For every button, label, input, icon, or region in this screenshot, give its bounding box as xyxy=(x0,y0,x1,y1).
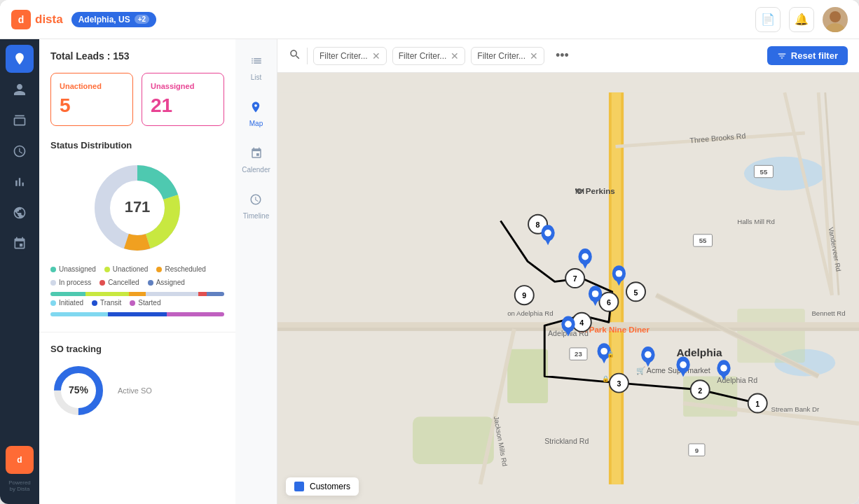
timeline-icon xyxy=(249,193,262,209)
svg-text:5: 5 xyxy=(634,288,638,297)
filter-chip-2[interactable]: Filter Criter... ✕ xyxy=(392,47,466,65)
nav-item-calendar[interactable] xyxy=(6,230,34,258)
map-content[interactable]: 55 23 55 9 Three Brooks Rd Halls Mill Rd xyxy=(277,73,859,504)
legend-cancelled: Cancelled xyxy=(99,279,139,286)
top-bar-right: 📄 🔔 xyxy=(755,7,848,32)
view-item-timeline[interactable]: Timeline xyxy=(239,189,273,224)
svg-point-81 xyxy=(616,270,623,277)
sidebar-area: Total Leads : 153 Unactioned 5 Unassigne… xyxy=(39,39,277,504)
so-pct-text: 75% xyxy=(69,384,89,396)
bar-unactioned xyxy=(85,292,129,296)
svg-text:Bennett Rd: Bennett Rd xyxy=(811,309,845,317)
so-tracking-title: SO tracking xyxy=(50,344,224,354)
main-layout: d Poweredby Dista Total Leads : 153 Unac… xyxy=(0,39,859,504)
nav-item-location[interactable] xyxy=(6,45,34,73)
logo-icon: d xyxy=(11,10,31,29)
legend-label-inprocess: In process xyxy=(59,279,91,286)
filter-chip-2-label: Filter Criter... xyxy=(399,51,447,61)
map-legend-label: Customers xyxy=(310,482,350,491)
document-icon: 📄 xyxy=(761,13,775,26)
svg-text:Halls Mill Rd: Halls Mill Rd xyxy=(737,218,775,225)
legend-label-transit: Transit xyxy=(100,299,121,307)
svg-text:9: 9 xyxy=(522,291,526,300)
donut-chart: 171 xyxy=(50,159,224,257)
svg-text:55: 55 xyxy=(699,237,707,244)
legend-label-unactioned: Unactioned xyxy=(113,265,149,273)
svg-point-84 xyxy=(592,290,599,298)
so-active-label: Active SO xyxy=(118,386,152,395)
svg-text:4: 4 xyxy=(579,318,584,327)
nav-item-globe[interactable] xyxy=(6,199,34,227)
legend-label-rescheduled: Rescheduled xyxy=(165,265,205,273)
so-donut-svg: 75% xyxy=(50,363,106,419)
svg-text:1: 1 xyxy=(755,400,760,408)
bar-rescheduled xyxy=(129,292,146,296)
legend-transit: Transit xyxy=(92,299,121,307)
filter-chip-2-close[interactable]: ✕ xyxy=(451,50,459,62)
unassigned-value: 21 xyxy=(151,94,215,117)
unassigned-card: Unassigned 21 xyxy=(142,73,224,126)
legend-dot-assigned xyxy=(148,280,153,286)
svg-text:23: 23 xyxy=(575,350,582,358)
unactioned-card: Unactioned 5 xyxy=(50,73,133,126)
transit-bar xyxy=(50,312,224,316)
view-switcher: List Map Calender xyxy=(235,39,277,504)
svg-rect-15 xyxy=(507,349,548,403)
filter-chip-1-close[interactable]: ✕ xyxy=(372,50,380,62)
legend-dot-initiated xyxy=(50,300,56,306)
more-filters-btn[interactable]: ••• xyxy=(550,46,575,66)
bell-icon-btn[interactable]: 🔔 xyxy=(789,7,814,32)
svg-point-78 xyxy=(582,253,589,260)
reset-filter-label: Reset filter xyxy=(791,50,838,61)
nav-item-clock[interactable] xyxy=(6,137,34,165)
map-legend: Customers xyxy=(286,477,359,496)
search-icon[interactable] xyxy=(289,48,301,64)
legend-dot-inprocess xyxy=(50,280,56,286)
filter-chip-3[interactable]: Filter Criter... ✕ xyxy=(471,47,544,65)
filter-chip-3-close[interactable]: ✕ xyxy=(530,50,538,62)
legend-dot-started xyxy=(130,300,135,306)
reset-filter-button[interactable]: Reset filter xyxy=(767,46,848,65)
svg-text:on Adelphia Rd: on Adelphia Rd xyxy=(507,309,553,317)
legend-started: Started xyxy=(130,299,160,307)
filter-chip-1-label: Filter Criter... xyxy=(319,51,368,61)
legend-rescheduled: Rescheduled xyxy=(156,265,205,273)
legend-dot-cancelled xyxy=(99,280,105,286)
user-avatar[interactable] xyxy=(823,7,848,32)
filter-chip-1[interactable]: Filter Criter... ✕ xyxy=(313,47,387,65)
status-bar xyxy=(50,292,224,296)
app-container: d dista Adelphia, US +2 📄 🔔 xyxy=(0,0,859,504)
view-item-list[interactable]: List xyxy=(246,50,267,85)
bell-icon: 🔔 xyxy=(795,13,809,26)
so-tracking-section: SO tracking 75% Active SO xyxy=(39,332,235,430)
donut-svg: 171 xyxy=(88,159,186,257)
nav-item-box[interactable] xyxy=(6,106,34,134)
view-label-calendar: Calender xyxy=(242,166,270,174)
legend-unactioned: Unactioned xyxy=(104,265,149,273)
location-badge[interactable]: Adelphia, US +2 xyxy=(71,12,156,27)
sidebar-panel: Total Leads : 153 Unactioned 5 Unassigne… xyxy=(39,39,235,504)
legend-label-unassigned: Unassigned xyxy=(59,265,96,273)
svg-text:Strickland Rd: Strickland Rd xyxy=(544,437,589,445)
legend-dot-rescheduled xyxy=(156,267,162,272)
bar-cancelled xyxy=(198,292,207,296)
legend-assigned: Assigned xyxy=(148,279,185,286)
calendar-icon xyxy=(250,147,263,163)
location-text: Adelphia, US xyxy=(78,15,130,24)
view-item-calendar[interactable]: Calender xyxy=(238,143,275,178)
svg-point-99 xyxy=(720,365,727,372)
view-item-map[interactable]: Map xyxy=(245,97,267,132)
map-svg-bg: 55 23 55 9 Three Brooks Rd Halls Mill Rd xyxy=(277,73,859,504)
svg-text:🍽 Perkins: 🍽 Perkins xyxy=(575,187,615,195)
svg-text:6: 6 xyxy=(607,298,611,307)
svg-point-93 xyxy=(645,351,652,358)
top-bar: d dista Adelphia, US +2 📄 🔔 xyxy=(0,0,859,39)
nav-bottom: d Poweredby Dista xyxy=(6,446,34,498)
svg-point-96 xyxy=(680,361,687,368)
legend-label-assigned: Assigned xyxy=(156,279,185,286)
filter-bar: Filter Criter... ✕ Filter Criter... ✕ Fi… xyxy=(277,39,859,73)
bar-transit xyxy=(108,312,167,316)
nav-item-chart[interactable] xyxy=(6,168,34,196)
nav-item-person[interactable] xyxy=(6,76,34,104)
document-icon-btn[interactable]: 📄 xyxy=(755,7,781,32)
